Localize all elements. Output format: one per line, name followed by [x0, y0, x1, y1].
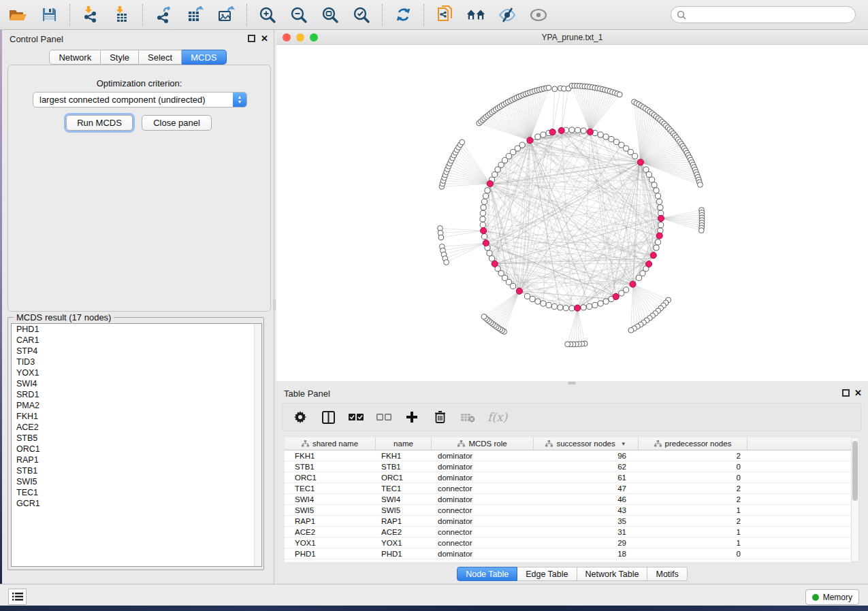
table-row[interactable]: STB1STB1dominator620 — [285, 461, 851, 472]
result-node-item[interactable]: YOX1 — [12, 367, 261, 378]
graph-leaf-node[interactable] — [628, 327, 634, 333]
status-list-button[interactable] — [8, 589, 27, 605]
graph-hub-node[interactable] — [646, 261, 652, 267]
graph-node[interactable] — [569, 306, 575, 311]
show-columns-icon[interactable] — [320, 409, 336, 425]
table-row[interactable]: FKH1FKH1dominator962 — [285, 450, 851, 461]
graph-hub-node[interactable] — [487, 180, 493, 186]
graph-hub-node[interactable] — [558, 127, 564, 133]
tab-network-table[interactable]: Network Table — [577, 567, 648, 581]
result-node-item[interactable]: TID3 — [12, 357, 261, 367]
graph-hub-node[interactable] — [656, 233, 662, 239]
network-canvas[interactable] — [276, 45, 868, 381]
graph-hub-node[interactable] — [527, 137, 533, 144]
result-node-item[interactable]: STB1 — [12, 465, 261, 476]
tab-select[interactable]: Select — [139, 50, 182, 65]
result-node-item[interactable]: SRD1 — [12, 389, 261, 400]
graph-hub-node[interactable] — [575, 305, 581, 311]
graph-node[interactable] — [652, 182, 657, 188]
graph-node[interactable] — [613, 139, 619, 145]
select-all-rows-icon[interactable] — [348, 409, 364, 425]
result-node-item[interactable]: STP4 — [12, 346, 261, 357]
graph-hub-node[interactable] — [516, 288, 522, 294]
graph-node[interactable] — [530, 296, 535, 301]
graph-node[interactable] — [541, 132, 546, 137]
graph-node[interactable] — [480, 222, 485, 228]
graph-leaf-node[interactable] — [617, 92, 622, 97]
column-header-shared-name[interactable]: shared name — [285, 437, 376, 450]
network-window-titlebar[interactable]: YPA_prune.txt_1 — [276, 30, 868, 45]
graph-node[interactable] — [558, 305, 563, 310]
graph-node[interactable] — [632, 153, 638, 159]
graph-node[interactable] — [654, 245, 659, 250]
result-node-item[interactable]: RAP1 — [12, 455, 261, 465]
result-node-item[interactable]: GCR1 — [12, 498, 261, 509]
graph-node[interactable] — [481, 205, 486, 210]
graph-node[interactable] — [480, 210, 485, 216]
graph-node[interactable] — [535, 299, 541, 304]
hide-selected-icon[interactable] — [498, 5, 517, 24]
column-header-successor-nodes[interactable]: successor nodes▼ — [534, 437, 639, 450]
table-scrollbar-thumb[interactable] — [852, 441, 858, 501]
table-row[interactable]: PHD1PHD1dominator180 — [285, 548, 851, 559]
open-file-icon[interactable] — [8, 5, 27, 24]
graph-node[interactable] — [524, 293, 530, 299]
graph-node[interactable] — [655, 193, 660, 199]
function-builder-icon[interactable]: f(x) — [487, 410, 507, 424]
graph-hub-node[interactable] — [613, 293, 619, 299]
graph-node[interactable] — [592, 302, 598, 308]
result-node-item[interactable]: SWI4 — [12, 378, 261, 389]
graph-node[interactable] — [581, 305, 586, 310]
graph-hub-node[interactable] — [549, 129, 556, 135]
table-row[interactable]: SWI5SWI5connector431 — [285, 505, 851, 516]
graph-node[interactable] — [487, 250, 492, 256]
table-row[interactable]: YOX1YOX1connector291 — [285, 538, 851, 548]
table-row[interactable]: SWI4SWI4dominator462 — [285, 494, 851, 505]
graph-node[interactable] — [546, 302, 551, 308]
close-panel-button[interactable]: Close panel — [142, 115, 212, 131]
graph-node[interactable] — [649, 177, 654, 182]
graph-node[interactable] — [485, 188, 490, 193]
graph-node[interactable] — [587, 303, 592, 309]
graph-leaf-node[interactable] — [552, 86, 558, 92]
export-table-icon[interactable] — [185, 5, 204, 24]
tab-edge-table[interactable]: Edge Table — [517, 567, 577, 581]
refresh-layout-icon[interactable] — [393, 5, 413, 24]
graph-node[interactable] — [619, 291, 624, 296]
tab-motifs[interactable]: Motifs — [647, 567, 687, 581]
graph-node[interactable] — [658, 205, 663, 210]
graph-hub-node[interactable] — [630, 281, 636, 287]
column-header-name[interactable]: name — [376, 437, 432, 450]
graph-leaf-node[interactable] — [438, 235, 444, 240]
result-node-item[interactable]: TEC1 — [12, 487, 261, 498]
graph-node[interactable] — [609, 136, 614, 142]
graph-node[interactable] — [646, 171, 652, 177]
graph-node[interactable] — [603, 134, 609, 139]
result-list-scrollbar[interactable] — [254, 324, 261, 566]
float-panel-icon[interactable] — [248, 35, 255, 42]
table-settings-icon[interactable] — [292, 409, 308, 425]
graph-node[interactable] — [551, 303, 557, 309]
tab-network[interactable]: Network — [49, 50, 101, 65]
graph-leaf-node[interactable] — [481, 314, 487, 320]
deselect-all-rows-icon[interactable] — [376, 409, 392, 425]
float-table-panel-icon[interactable] — [842, 389, 850, 397]
graph-hub-node[interactable] — [492, 261, 498, 267]
delete-column-icon[interactable] — [432, 409, 448, 425]
clone-network-icon[interactable] — [435, 5, 454, 24]
graph-node[interactable] — [654, 188, 659, 193]
graph-hub-node[interactable] — [637, 159, 643, 165]
tab-mcds[interactable]: MCDS — [182, 50, 226, 65]
graph-node[interactable] — [655, 240, 660, 245]
column-header-MCDS-role[interactable]: MCDS role — [432, 437, 534, 450]
search-box[interactable] — [671, 6, 856, 23]
table-row[interactable]: ACE2ACE2connector311 — [285, 527, 851, 538]
table-scrollbar[interactable] — [851, 437, 859, 562]
tab-node-table[interactable]: Node Table — [457, 567, 517, 581]
result-node-item[interactable]: FKH1 — [12, 411, 261, 422]
table-row[interactable]: RAP1RAP1dominator352 — [285, 516, 851, 527]
graph-leaf-node[interactable] — [444, 260, 449, 265]
graph-node[interactable] — [492, 171, 498, 177]
graph-node[interactable] — [581, 128, 586, 133]
graph-leaf-node[interactable] — [546, 85, 551, 90]
